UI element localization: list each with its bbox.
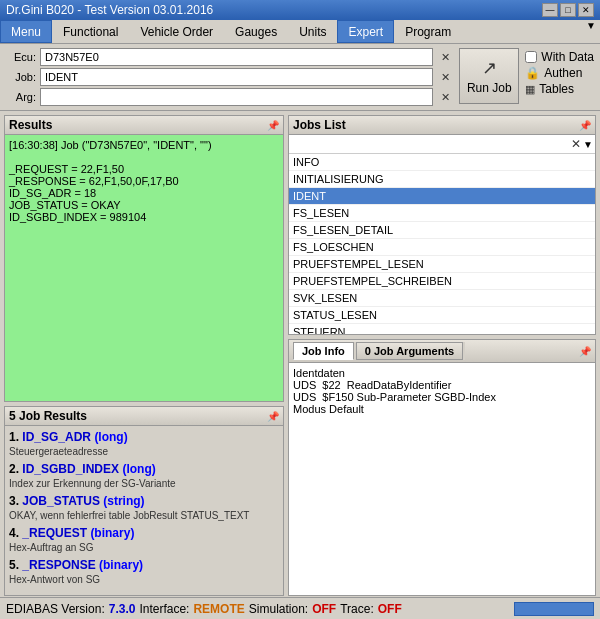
job-row: Job: ✕ (6, 68, 453, 86)
jobs-list-item[interactable]: PRUEFSTEMPEL_LESEN (289, 256, 595, 273)
simulation-value: OFF (312, 602, 336, 616)
job-result-item: 5. _RESPONSE (binary)Hex-Antwort von SG (9, 558, 279, 586)
arg-input[interactable] (40, 88, 433, 106)
job-results-panel: 5 Job Results 📌 1. ID_SG_ADR (long)Steue… (4, 406, 284, 596)
main-content: Results 📌 [16:30:38] Job ("D73N57E0", "I… (0, 111, 600, 600)
job-label: Job: (6, 71, 36, 83)
menu-item-vehicle-order[interactable]: Vehicle Order (129, 20, 224, 43)
minimize-button[interactable]: — (542, 3, 558, 17)
menu-item-gauges[interactable]: Gauges (224, 20, 288, 43)
jobs-list-item[interactable]: STEUERN (289, 324, 595, 334)
with-data-row: With Data (525, 50, 594, 64)
tables-label: Tables (539, 82, 574, 96)
jobs-list-item[interactable]: STATUS_LESEN (289, 307, 595, 324)
run-job-label: Run Job (467, 81, 512, 95)
job-info-text: Identdaten UDS $22 ReadDataByIdentifier … (293, 367, 591, 415)
jobs-list-item[interactable]: FS_LESEN (289, 205, 595, 222)
toolbar: Ecu: ✕ Job: ✕ Arg: ✕ ↗ Run Job With Data… (0, 44, 600, 111)
job-input[interactable] (40, 68, 433, 86)
jobs-list-title: Jobs List (293, 118, 346, 132)
results-text: [16:30:38] Job ("D73N57E0", "IDENT", "")… (9, 139, 279, 223)
toolbar-fields: Ecu: ✕ Job: ✕ Arg: ✕ (6, 48, 453, 106)
jobs-list-scroll-icon: ▼ (583, 139, 593, 150)
menu-item-menu[interactable]: Menu (0, 20, 52, 43)
menu-bar: Menu Functional Vehicle Order Gauges Uni… (0, 20, 600, 44)
menu-item-functional[interactable]: Functional (52, 20, 129, 43)
job-result-item: 1. ID_SG_ADR (long)Steuergeraeteadresse (9, 430, 279, 458)
menu-item-program[interactable]: Program (394, 20, 462, 43)
jobs-list-item[interactable]: FS_LESEN_DETAIL (289, 222, 595, 239)
arg-clear-button[interactable]: ✕ (437, 89, 453, 105)
close-button[interactable]: ✕ (578, 3, 594, 17)
ediabas-version: 7.3.0 (109, 602, 136, 616)
results-title: Results (9, 118, 52, 132)
table-icon: ▦ (525, 83, 535, 96)
ecu-label: Ecu: (6, 51, 36, 63)
jobs-list-search-input[interactable] (291, 137, 571, 151)
tab-job-arguments[interactable]: 0 Job Arguments (356, 342, 463, 360)
jobs-list-item[interactable]: SVK_LESEN (289, 290, 595, 307)
title-controls: — □ ✕ (542, 3, 594, 17)
job-results-pin-icon[interactable]: 📌 (267, 411, 279, 422)
results-content: [16:30:38] Job ("D73N57E0", "IDENT", "")… (5, 135, 283, 401)
status-indicator (514, 602, 594, 616)
jobs-list-item[interactable]: INFO (289, 154, 595, 171)
trace-label: Trace: (340, 602, 374, 616)
jobs-list-search-bar: ✕ ▼ (289, 135, 595, 154)
menu-item-units[interactable]: Units (288, 20, 337, 43)
job-info-tabs: Job Info 0 Job Arguments (293, 342, 465, 360)
authen-row: 🔒 Authen (525, 66, 594, 80)
tables-row: ▦ Tables (525, 82, 594, 96)
jobs-list-item[interactable]: FS_LOESCHEN (289, 239, 595, 256)
title-text: Dr.Gini B020 - Test Version 03.01.2016 (6, 3, 213, 17)
results-panel: Results 📌 [16:30:38] Job ("D73N57E0", "I… (4, 115, 284, 402)
status-bar: EDIABAS Version: 7.3.0 Interface: REMOTE… (0, 597, 600, 619)
interface-label: Interface: (139, 602, 189, 616)
ecu-row: Ecu: ✕ (6, 48, 453, 66)
job-results-content: 1. ID_SG_ADR (long)Steuergeraeteadresse2… (5, 426, 283, 595)
title-bar: Dr.Gini B020 - Test Version 03.01.2016 —… (0, 0, 600, 20)
results-panel-header: Results 📌 (5, 116, 283, 135)
job-result-item: 3. JOB_STATUS (string)OKAY, wenn fehlerf… (9, 494, 279, 522)
jobs-list-close-icon[interactable]: ✕ (571, 137, 581, 151)
jobs-list-panel: Jobs List 📌 ✕ ▼ INFOINITIALISIERUNGIDENT… (288, 115, 596, 335)
trace-value: OFF (378, 602, 402, 616)
with-data-checkbox[interactable] (525, 51, 537, 63)
menu-item-expert[interactable]: Expert (337, 20, 394, 43)
simulation-label: Simulation: (249, 602, 308, 616)
arg-label: Arg: (6, 91, 36, 103)
jobs-list-item[interactable]: IDENT (289, 188, 595, 205)
job-clear-button[interactable]: ✕ (437, 69, 453, 85)
job-result-item: 2. ID_SGBD_INDEX (long)Index zur Erkennu… (9, 462, 279, 490)
jobs-list-header: Jobs List 📌 (289, 116, 595, 135)
left-panels: Results 📌 [16:30:38] Job ("D73N57E0", "I… (4, 115, 284, 596)
lock-icon: 🔒 (525, 66, 540, 80)
ecu-input[interactable] (40, 48, 433, 66)
job-info-content: Identdaten UDS $22 ReadDataByIdentifier … (289, 363, 595, 595)
ecu-clear-button[interactable]: ✕ (437, 49, 453, 65)
job-info-panel: Job Info 0 Job Arguments 📌 Identdaten UD… (288, 339, 596, 596)
ediabas-label: EDIABAS Version: (6, 602, 105, 616)
run-job-arrow-icon: ↗ (482, 57, 497, 79)
right-panels: Jobs List 📌 ✕ ▼ INFOINITIALISIERUNGIDENT… (288, 115, 596, 596)
jobs-list-content: ✕ ▼ INFOINITIALISIERUNGIDENTFS_LESENFS_L… (289, 135, 595, 334)
run-job-button[interactable]: ↗ Run Job (459, 48, 519, 104)
job-info-pin-icon[interactable]: 📌 (579, 346, 591, 357)
menu-chevron-icon: ▼ (586, 20, 600, 43)
job-results-title: 5 Job Results (9, 409, 87, 423)
interface-value: REMOTE (193, 602, 244, 616)
job-info-header: Job Info 0 Job Arguments 📌 (289, 340, 595, 363)
maximize-button[interactable]: □ (560, 3, 576, 17)
job-result-item: 4. _REQUEST (binary)Hex-Auftrag an SG (9, 526, 279, 554)
with-data-label: With Data (541, 50, 594, 64)
jobs-list-item[interactable]: INITIALISIERUNG (289, 171, 595, 188)
tab-job-info[interactable]: Job Info (293, 342, 354, 360)
jobs-list-items: INFOINITIALISIERUNGIDENTFS_LESENFS_LESEN… (289, 154, 595, 334)
jobs-list-pin-icon[interactable]: 📌 (579, 120, 591, 131)
authen-label: Authen (544, 66, 582, 80)
toolbar-options: With Data 🔒 Authen ▦ Tables (525, 48, 594, 96)
jobs-list-item[interactable]: PRUEFSTEMPEL_SCHREIBEN (289, 273, 595, 290)
job-results-header: 5 Job Results 📌 (5, 407, 283, 426)
arg-row: Arg: ✕ (6, 88, 453, 106)
results-pin-icon[interactable]: 📌 (267, 120, 279, 131)
